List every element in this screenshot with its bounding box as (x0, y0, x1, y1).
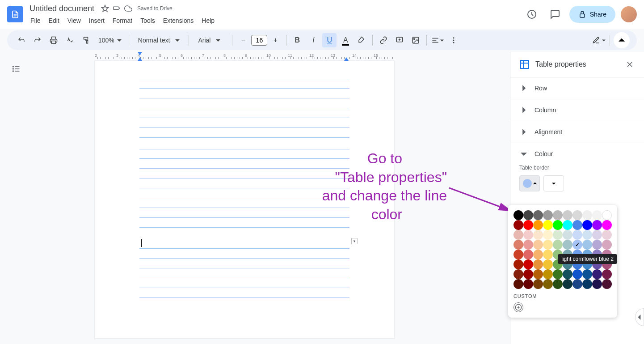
color-swatch-cell[interactable] (602, 279, 612, 289)
color-swatch-cell[interactable] (533, 269, 543, 279)
color-swatch-cell[interactable] (602, 269, 612, 279)
add-custom-color-button[interactable] (514, 302, 523, 312)
color-swatch-cell[interactable] (523, 240, 533, 250)
increase-font-button[interactable]: + (268, 33, 282, 47)
menu-insert[interactable]: Insert (85, 15, 108, 26)
color-swatch-cell[interactable] (514, 250, 523, 259)
color-swatch-cell[interactable] (514, 240, 523, 250)
color-swatch-cell[interactable] (523, 250, 533, 259)
color-swatch-cell[interactable] (533, 210, 543, 220)
color-swatch-cell[interactable] (543, 269, 553, 279)
color-swatch-cell[interactable] (533, 250, 543, 259)
close-panel-button[interactable] (624, 59, 635, 70)
undo-button[interactable] (14, 33, 29, 47)
color-swatch-cell[interactable] (602, 220, 612, 230)
menu-view[interactable]: View (64, 15, 84, 26)
outline-button[interactable] (8, 61, 24, 77)
menu-format[interactable]: Format (109, 15, 136, 26)
color-swatch-cell[interactable] (514, 279, 523, 289)
color-swatch-cell[interactable] (543, 259, 553, 269)
color-swatch-cell[interactable] (572, 269, 582, 279)
color-swatch-cell[interactable] (563, 240, 572, 250)
color-swatch-cell[interactable] (602, 210, 612, 220)
color-swatch-cell[interactable] (514, 259, 523, 269)
color-swatch-cell[interactable] (572, 220, 582, 230)
color-swatch-cell[interactable] (514, 230, 523, 240)
color-swatch-cell[interactable] (543, 250, 553, 259)
color-swatch-cell[interactable] (572, 279, 582, 289)
color-swatch-cell[interactable] (553, 269, 563, 279)
align-button[interactable] (430, 33, 445, 47)
comments-icon[interactable] (546, 5, 564, 23)
insert-image-button[interactable] (408, 33, 423, 47)
color-swatch-cell[interactable] (533, 259, 543, 269)
menu-extensions[interactable]: Extensions (160, 15, 197, 26)
color-swatch-cell[interactable] (572, 210, 582, 220)
user-avatar[interactable] (621, 6, 637, 22)
menu-edit[interactable]: Edit (45, 15, 63, 26)
text-color-button[interactable]: A (338, 33, 353, 47)
horizontal-ruler[interactable]: 23456789101112131415 (95, 52, 510, 61)
editing-mode-button[interactable] (592, 33, 606, 47)
paint-format-button[interactable] (79, 33, 93, 47)
color-swatch-cell[interactable] (582, 230, 592, 240)
border-color-dropdown[interactable] (519, 175, 540, 191)
table-handle-icon[interactable]: ▼ (351, 238, 358, 244)
color-swatch-cell[interactable] (523, 210, 533, 220)
color-swatch-cell[interactable] (582, 220, 592, 230)
color-swatch-cell[interactable] (543, 220, 553, 230)
color-swatch-cell[interactable] (563, 279, 572, 289)
color-swatch-cell[interactable] (592, 269, 602, 279)
color-swatch-cell[interactable] (533, 240, 543, 250)
paragraph-style-select[interactable]: Normal text (133, 35, 185, 46)
cloud-icon[interactable] (124, 4, 133, 13)
decrease-font-button[interactable]: − (236, 33, 250, 47)
color-swatch-cell[interactable] (592, 240, 602, 250)
color-swatch-cell[interactable] (553, 210, 563, 220)
color-swatch-cell[interactable] (523, 259, 533, 269)
redo-button[interactable] (30, 33, 45, 47)
color-swatch-cell[interactable] (582, 269, 592, 279)
color-swatch-cell[interactable] (523, 230, 533, 240)
color-swatch-cell[interactable] (523, 269, 533, 279)
color-swatch-cell[interactable] (514, 210, 523, 220)
highlight-button[interactable] (354, 33, 369, 47)
color-swatch-cell[interactable] (553, 279, 563, 289)
color-swatch-cell[interactable] (523, 279, 533, 289)
column-section-header[interactable]: Column (510, 99, 644, 121)
vertical-ruler[interactable] (32, 52, 41, 344)
color-swatch-cell[interactable] (543, 240, 553, 250)
italic-button[interactable]: I (306, 33, 320, 47)
color-swatch-cell[interactable] (543, 230, 553, 240)
zoom-select[interactable]: 100% (95, 35, 125, 46)
underline-button[interactable]: U (322, 33, 337, 47)
docs-logo-icon[interactable] (7, 6, 23, 22)
color-swatch-cell[interactable] (592, 230, 602, 240)
color-swatch-cell[interactable] (572, 230, 582, 240)
spellcheck-button[interactable] (63, 33, 77, 47)
border-width-dropdown[interactable] (543, 175, 564, 191)
insert-link-button[interactable] (376, 33, 391, 47)
font-select[interactable]: Arial (193, 35, 228, 46)
color-swatch-cell[interactable] (563, 230, 572, 240)
color-swatch-cell[interactable] (563, 220, 572, 230)
color-swatch-cell[interactable] (592, 220, 602, 230)
color-swatch-cell[interactable] (514, 220, 523, 230)
color-swatch-cell[interactable] (514, 269, 523, 279)
color-swatch-cell[interactable] (533, 279, 543, 289)
color-swatch-cell[interactable] (592, 210, 602, 220)
color-swatch-cell[interactable] (582, 240, 592, 250)
color-swatch-cell[interactable] (602, 240, 612, 250)
more-button[interactable] (446, 33, 461, 47)
star-icon[interactable] (101, 4, 109, 13)
row-section-header[interactable]: Row (510, 77, 644, 99)
alignment-section-header[interactable]: Alignment (510, 121, 644, 143)
color-swatch-cell[interactable] (582, 279, 592, 289)
history-icon[interactable] (523, 5, 541, 23)
color-swatch-cell[interactable] (582, 210, 592, 220)
menu-help[interactable]: Help (198, 15, 218, 26)
color-swatch-cell[interactable] (533, 230, 543, 240)
menu-tools[interactable]: Tools (137, 15, 159, 26)
color-swatch-cell[interactable] (602, 230, 612, 240)
color-swatch-cell[interactable] (523, 220, 533, 230)
